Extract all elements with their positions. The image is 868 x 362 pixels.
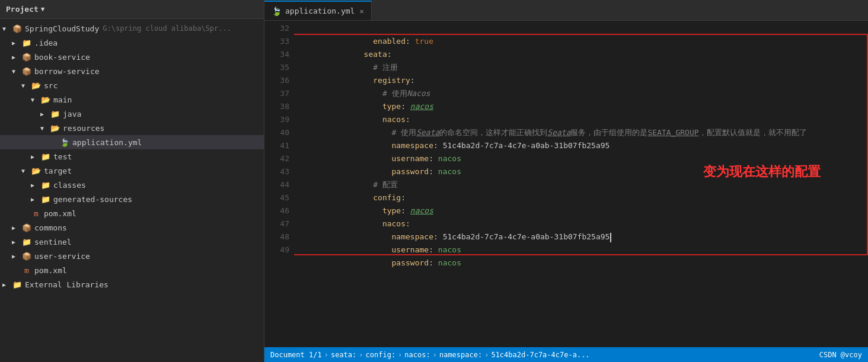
sidebar-content[interactable]: ▼ 📦 SpringCloudStudy G:\spring cloud ali… — [0, 19, 264, 362]
folder-icon: 📁 — [40, 195, 51, 204]
item-label: test — [53, 152, 72, 161]
yaml-tab-icon: 🍃 — [272, 7, 282, 16]
module-icon: 📦 — [12, 24, 23, 33]
sidebar-item-commons[interactable]: ▶ 📦 commons — [0, 220, 264, 235]
code-line-48: username: nacos — [299, 230, 868, 244]
sidebar-item-src[interactable]: ▼ 📂 src — [0, 78, 264, 92]
breadcrumb-seata[interactable]: seata: — [331, 351, 356, 359]
code-line-32: enabled: true — [299, 22, 868, 35]
sidebar-item-resources[interactable]: ▼ 📂 resources — [0, 121, 264, 135]
item-label: borrow-service — [34, 67, 100, 76]
code-line-41: username: nacos — [299, 139, 868, 152]
arrow-icon: ▶ — [12, 253, 21, 260]
sidebar-item-springcloudstudy[interactable]: ▼ 📦 SpringCloudStudy G:\spring cloud ali… — [0, 21, 264, 36]
breadcrumb-sep-4: › — [433, 351, 437, 359]
sidebar-item-test[interactable]: ▶ 📁 test — [0, 149, 264, 164]
arrow-icon: ▼ — [2, 25, 12, 32]
code-line-49: password: nacos — [299, 244, 868, 257]
tab-close-button[interactable]: ✕ — [359, 7, 363, 15]
item-label: pom.xml — [34, 266, 67, 275]
code-line-38: nacos: — [299, 100, 868, 113]
arrow-icon: ▶ — [12, 40, 21, 46]
arrow-icon: ▼ — [21, 168, 31, 174]
arrow-icon: ▼ — [12, 68, 21, 75]
arrow-icon — [12, 267, 21, 274]
code-lines[interactable]: 变为现在这样的配置 enabled: true seata: # 注册 — [294, 21, 868, 347]
folder-icon: 📁 — [40, 152, 51, 161]
sidebar: Project ▼ ▼ 📦 SpringCloudStudy G:\spring… — [0, 0, 264, 362]
sidebar-arrow: ▼ — [41, 5, 45, 13]
sidebar-item-idea[interactable]: ▶ 📁 .idea — [0, 36, 264, 50]
item-label: classes — [53, 181, 86, 190]
annotation-text: 变为现在这样的配置 — [703, 163, 821, 181]
folder-icon: 📁 — [40, 181, 51, 190]
folder-icon: 📁 — [21, 238, 32, 246]
module-icon: 📦 — [21, 252, 32, 261]
item-label: book-service — [34, 53, 90, 62]
item-label: java — [63, 110, 81, 118]
arrow-icon: ▶ — [31, 196, 40, 203]
item-label: main — [53, 95, 72, 104]
breadcrumb-config[interactable]: config: — [366, 351, 396, 359]
sidebar-item-sentinel[interactable]: ▶ 📁 sentinel — [0, 235, 264, 249]
tab-bar: 🍃 application.yml ✕ — [264, 0, 868, 21]
code-line-37: type: nacos — [299, 87, 868, 100]
arrow-icon: ▶ — [12, 54, 21, 60]
item-label: generated-sources — [53, 195, 132, 204]
folder-open-icon: 📂 — [50, 124, 60, 133]
sidebar-item-borrow-service[interactable]: ▼ 📦 borrow-service — [0, 64, 264, 78]
sidebar-item-pom-root[interactable]: m pom.xml — [0, 263, 264, 277]
line-numbers: 32 33 34 35 36 37 38 39 40 41 42 43 44 4… — [264, 21, 294, 347]
sidebar-item-application-yml[interactable]: 🍃 application.yml — [0, 135, 264, 149]
status-bar-right: CSDN @vcoy — [819, 351, 862, 359]
sidebar-item-generated-sources[interactable]: ▶ 📁 generated-sources — [0, 192, 264, 206]
breadcrumb-sep-1: › — [324, 351, 328, 359]
item-label: src — [44, 81, 58, 90]
arrow-icon: ▼ — [31, 97, 40, 103]
arrow-icon: ▼ — [40, 125, 50, 132]
folder-open-icon: 📂 — [31, 166, 42, 175]
breadcrumb: Document 1/1 › seata: › config: › nacos:… — [270, 351, 590, 359]
tab-label: application.yml — [285, 7, 355, 15]
folder-open-icon: 📂 — [40, 95, 51, 104]
sidebar-item-book-service[interactable]: ▶ 📦 book-service — [0, 50, 264, 64]
breadcrumb-nacos[interactable]: nacos: — [404, 351, 430, 359]
module-icon: 📦 — [21, 223, 32, 232]
breadcrumb-value: 51c4ba2d-7c7a-4c7e-a... — [491, 351, 589, 359]
code-line-46: nacos: — [299, 204, 868, 217]
code-line-33: seata: — [299, 35, 868, 48]
sidebar-item-classes[interactable]: ▶ 📁 classes — [0, 178, 264, 192]
breadcrumb-namespace[interactable]: namespace: — [439, 351, 482, 359]
arrow-icon: ▶ — [31, 153, 40, 160]
item-label: SpringCloudStudy — [25, 24, 99, 33]
breadcrumb-sep-5: › — [484, 351, 489, 359]
sidebar-title: Project — [6, 5, 39, 14]
sidebar-item-external-libraries[interactable]: ▶ 📁 External Libraries — [0, 277, 264, 291]
item-label: target — [44, 166, 72, 175]
folder-icon: 📁 — [21, 39, 32, 47]
arrow-icon: ▶ — [2, 281, 12, 288]
sidebar-item-target[interactable]: ▼ 📂 target — [0, 164, 264, 178]
item-label: application.yml — [72, 138, 142, 147]
xml-icon: m — [21, 266, 32, 275]
xml-icon: m — [31, 209, 42, 218]
module-icon: 📦 — [21, 53, 32, 62]
sidebar-item-pom-borrow[interactable]: m pom.xml — [0, 206, 264, 220]
arrow-icon: ▼ — [21, 82, 31, 89]
path-hint: G:\spring cloud alibaba\Spr... — [103, 24, 231, 33]
arrow-icon: ▶ — [31, 182, 40, 188]
item-label: pom.xml — [44, 209, 76, 218]
folder-open-icon: 📂 — [31, 81, 42, 90]
code-editor: 32 33 34 35 36 37 38 39 40 41 42 43 44 4… — [264, 21, 868, 362]
sidebar-item-main[interactable]: ▼ 📂 main — [0, 92, 264, 107]
code-line-39: # 使用Seata的命名空间，这样才能正确找到Seata服务，由于组使用的是SE… — [299, 113, 868, 126]
editor-area: 🍃 application.yml ✕ 32 33 34 35 36 37 38… — [264, 0, 868, 362]
sidebar-item-java[interactable]: ▶ 📁 java — [0, 107, 264, 121]
sidebar-item-user-service[interactable]: ▶ 📦 user-service — [0, 249, 264, 263]
code-line-47: namespace: 51c4ba2d-7c7a-4c7e-a0ab-31b07… — [299, 217, 868, 230]
code-content[interactable]: 32 33 34 35 36 37 38 39 40 41 42 43 44 4… — [264, 21, 868, 347]
code-line-36: # 使用Nacos — [299, 74, 868, 87]
editor-tab-application-yml[interactable]: 🍃 application.yml ✕ — [264, 1, 372, 20]
arrow-icon: ▶ — [12, 225, 21, 231]
breadcrumb-sep-2: › — [359, 351, 363, 359]
